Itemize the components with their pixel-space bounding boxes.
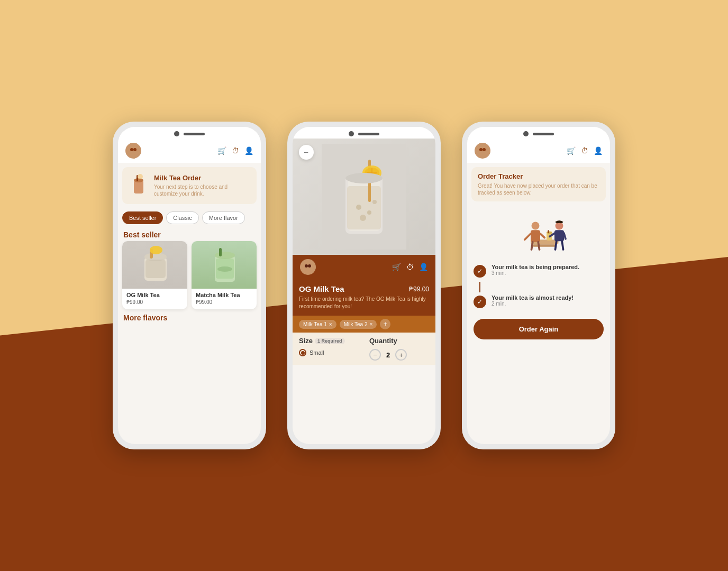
header-icons: 🛒 ⏱ 👤 [217, 146, 253, 155]
size-section: Size 1 Required Small [299, 337, 359, 356]
step-1-time: 3 min. [492, 270, 579, 276]
size-label: Size 1 Required [299, 337, 359, 345]
clock-icon[interactable]: ⏱ [232, 146, 239, 155]
svg-line-42 [540, 234, 544, 238]
matcha-milk-tea-price: ₱99.00 [196, 299, 252, 305]
option-tab-1-close[interactable]: × [329, 321, 332, 327]
svg-rect-47 [548, 230, 549, 233]
drink-header: OG Milk Tea ₱99.00 [299, 284, 429, 293]
svg-point-6 [138, 174, 143, 179]
qty-minus-button[interactable]: − [369, 349, 381, 361]
drink-price: ₱99.00 [409, 286, 429, 293]
matcha-milk-tea-info: Matcha Milk Tea ₱99.00 [192, 289, 257, 309]
phone-3-inner: 🛒 ⏱ 👤 Order Tracker Great! You have now … [467, 127, 610, 444]
og-milk-tea-info: OG Milk Tea ₱99.00 [122, 289, 187, 309]
tracker-description: Great! You have now placed your order th… [478, 182, 599, 196]
phone-3-camera [523, 131, 529, 136]
svg-point-31 [304, 263, 312, 271]
user-icon-3[interactable]: 👤 [594, 146, 603, 155]
size-option-small[interactable]: Small [299, 349, 359, 356]
phone-2-speaker [358, 133, 379, 135]
user-icon[interactable]: 👤 [244, 146, 253, 155]
add-tab-button[interactable]: + [380, 319, 390, 329]
promo-title: Milk Tea Order [154, 174, 251, 182]
user-icon-2[interactable]: 👤 [419, 263, 428, 271]
clock-icon-2[interactable]: ⏱ [406, 263, 414, 271]
svg-line-53 [562, 241, 563, 250]
phone-1-header: 🛒 ⏱ 👤 [118, 139, 261, 163]
svg-point-4 [134, 178, 143, 182]
option-tab-1[interactable]: Milk Tea 1 × [299, 320, 336, 329]
option-tab-2-close[interactable]: × [370, 321, 373, 327]
svg-rect-49 [554, 230, 564, 241]
option-tab-1-label: Milk Tea 1 [303, 321, 327, 327]
back-button[interactable]: ← [299, 145, 314, 160]
cart-icon[interactable]: 🛒 [217, 146, 226, 155]
quantity-section: Quantity − 2 + [369, 337, 429, 361]
svg-rect-20 [347, 186, 381, 229]
phone-2-notch [293, 127, 435, 139]
filter-tab-classic[interactable]: Classic [166, 211, 198, 224]
phone-1-camera [174, 131, 179, 136]
og-milk-tea-name: OG Milk Tea [126, 292, 183, 298]
tracker-steps: ✓ Your milk tea is being prepared. 3 min… [467, 262, 610, 315]
drink-main-image [293, 139, 435, 255]
option-tab-2-label: Milk Tea 2 [344, 321, 368, 327]
drink-name: OG Milk Tea [299, 284, 344, 293]
step-2-content: Your milk tea is almost ready! 2 min. [492, 294, 574, 307]
matcha-milk-tea-name: Matcha Milk Tea [196, 292, 252, 298]
svg-point-32 [305, 264, 308, 268]
size-small-label: Small [310, 349, 324, 356]
drink-description: First time ordering milk tea? The OG Mil… [299, 296, 429, 310]
svg-line-51 [564, 233, 566, 239]
svg-point-30 [345, 173, 383, 183]
og-milk-tea-image [122, 241, 187, 289]
svg-point-39 [532, 222, 540, 230]
phone-1-speaker [184, 133, 205, 135]
more-flavors-title: More flavors [118, 309, 261, 324]
filter-tabs: Best seller Classic More flavor [118, 208, 261, 227]
qty-plus-button[interactable]: + [395, 349, 407, 361]
size-quantity-area: Size 1 Required Small Quantity [293, 333, 435, 365]
step-1-check: ✓ [474, 265, 486, 278]
promo-description: Your next step is to choose and customiz… [154, 183, 251, 197]
clock-icon-3[interactable]: ⏱ [581, 146, 588, 155]
tracker-banner: Order Tracker Great! You have now placed… [471, 167, 606, 201]
svg-point-33 [308, 264, 311, 268]
radio-button[interactable] [299, 349, 306, 356]
promo-banner: Milk Tea Order Your next step is to choo… [122, 167, 257, 204]
qty-value: 2 [386, 351, 390, 359]
tracker-step-2: ✓ Your milk tea is almost ready! 2 min. [474, 294, 604, 308]
phone-2-inner: ← [293, 127, 435, 444]
svg-rect-40 [531, 230, 540, 242]
filter-tab-moreflavor[interactable]: More flavor [202, 211, 245, 224]
qty-label: Quantity [369, 337, 429, 345]
svg-point-22 [367, 210, 371, 215]
product-grid: OG Milk Tea ₱99.00 [118, 241, 261, 309]
filter-tab-bestseller[interactable]: Best seller [122, 211, 163, 224]
drink-detail: ← [293, 139, 435, 444]
phone-3: 🛒 ⏱ 👤 Order Tracker Great! You have now … [462, 122, 615, 449]
svg-point-2 [133, 148, 136, 151]
step-2-time: 2 min. [492, 301, 574, 307]
phone-1: 🛒 ⏱ 👤 Milk Tea Order Your next st [113, 122, 266, 449]
cart-icon-2[interactable]: 🛒 [392, 263, 401, 271]
phones-container: 🛒 ⏱ 👤 Milk Tea Order Your next st [0, 0, 728, 571]
og-milk-tea-price: ₱99.00 [126, 299, 183, 305]
header-icons-3: 🛒 ⏱ 👤 [567, 146, 603, 155]
svg-point-46 [547, 232, 552, 234]
app-logo-2 [300, 259, 316, 275]
order-again-button[interactable]: Order Again [474, 319, 604, 339]
svg-point-16 [217, 266, 232, 272]
product-card-matcha[interactable]: Matcha Milk Tea ₱99.00 [192, 241, 257, 309]
tracker-illustration [467, 206, 610, 262]
svg-rect-14 [219, 248, 222, 256]
cart-icon-3[interactable]: 🛒 [567, 146, 576, 155]
svg-line-43 [532, 242, 533, 250]
drink-image-area: ← [293, 139, 435, 255]
option-tab-2[interactable]: Milk Tea 2 × [340, 320, 377, 329]
svg-point-23 [360, 215, 366, 221]
product-card-og[interactable]: OG Milk Tea ₱99.00 [122, 241, 187, 309]
promo-text: Milk Tea Order Your next step is to choo… [154, 174, 251, 197]
svg-rect-38 [533, 244, 557, 247]
